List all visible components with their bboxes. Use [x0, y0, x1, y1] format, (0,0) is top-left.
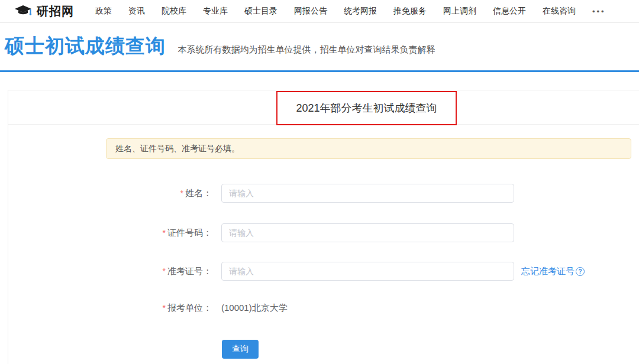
forgot-ticket-link[interactable]: 忘记准考证号 ?	[521, 266, 585, 277]
nav-item-exempt-service[interactable]: 推免服务	[393, 6, 427, 17]
applied-unit-value: (10001)北京大学	[221, 303, 288, 314]
nav-item-major-db[interactable]: 专业库	[203, 6, 228, 17]
ticket-number-label: *准考证号：	[8, 266, 212, 277]
required-asterisk: *	[163, 266, 166, 276]
card-title: 2021年部分考生初试成绩查询	[296, 101, 437, 115]
nav-menu: 政策 资讯 院校库 专业库 硕士目录 网报公告 统考网报 推免服务 网上调剂 信…	[95, 6, 606, 17]
form-row-name: *姓名：	[8, 184, 514, 203]
notice-text: 姓名、证件号码、准考证号必填。	[115, 144, 240, 154]
blue-divider	[0, 70, 639, 72]
name-input[interactable]	[221, 184, 514, 203]
nav-item-unified-exam-report[interactable]: 统考网报	[344, 6, 377, 17]
page-title: 硕士初试成绩查询	[5, 33, 166, 60]
nav-item-news[interactable]: 资讯	[128, 6, 145, 17]
top-navbar: 研招网 政策 资讯 院校库 专业库 硕士目录 网报公告 统考网报 推免服务 网上…	[0, 0, 639, 23]
id-number-label: *证件号码：	[8, 228, 212, 239]
query-submit-button[interactable]: 查询	[222, 340, 259, 359]
nav-item-college-db[interactable]: 院校库	[162, 6, 186, 17]
applied-unit-label: *报考单位：	[8, 303, 212, 314]
id-number-input[interactable]	[221, 223, 514, 242]
page-header: 硕士初试成绩查询 本系统所有数据均为招生单位提供，招生单位对查询结果负责解释	[5, 33, 435, 60]
nav-item-master-catalog[interactable]: 硕士目录	[244, 6, 277, 17]
required-asterisk: *	[163, 228, 166, 238]
card-header: 2021年部分考生初试成绩查询	[8, 90, 639, 125]
site-logo-text: 研招网	[37, 4, 74, 20]
nav-item-policy[interactable]: 政策	[95, 6, 112, 17]
ticket-number-input[interactable]	[221, 262, 514, 281]
nav-item-info-disclosure[interactable]: 信息公开	[493, 6, 526, 17]
nav-item-online-consult[interactable]: 在线咨询	[543, 6, 576, 17]
site-logo[interactable]: 研招网	[15, 4, 74, 20]
required-fields-notice: 姓名、证件号码、准考证号必填。	[106, 138, 631, 159]
nav-item-online-adjustment[interactable]: 网上调剂	[443, 6, 476, 17]
graduation-cap-icon	[15, 5, 33, 18]
page-subtitle: 本系统所有数据均为招生单位提供，招生单位对查询结果负责解释	[178, 44, 435, 56]
red-annotation-box: 2021年部分考生初试成绩查询	[276, 91, 457, 125]
form-row-ticket-number: *准考证号： 忘记准考证号 ?	[8, 262, 585, 281]
query-card: 2021年部分考生初试成绩查询 姓名、证件号码、准考证号必填。 *姓名： *证件…	[8, 90, 639, 364]
form-row-id-number: *证件号码：	[8, 223, 514, 242]
required-asterisk: *	[163, 303, 166, 313]
form-row-applied-unit: *报考单位： (10001)北京大学	[8, 298, 288, 317]
name-label: *姓名：	[8, 188, 212, 199]
help-question-icon: ?	[576, 267, 585, 276]
nav-more-icon[interactable]: •••	[592, 7, 606, 16]
required-asterisk: *	[180, 188, 183, 198]
nav-item-online-report-notice[interactable]: 网报公告	[294, 6, 327, 17]
